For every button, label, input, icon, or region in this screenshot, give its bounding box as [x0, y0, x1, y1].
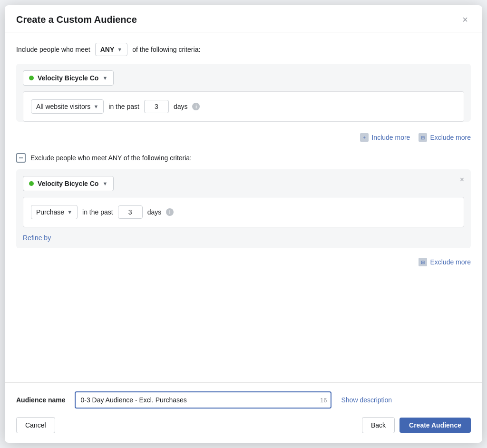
exclude-pixel-source-dropdown[interactable]: Velocity Bicycle Co ▼ [23, 176, 114, 191]
audience-name-input[interactable] [75, 391, 331, 409]
exclude-more-label: Exclude more [430, 134, 471, 141]
include-in-the-past: in the past [108, 103, 139, 110]
include-suffix: of the following criteria: [132, 46, 200, 53]
include-more-label: Include more [371, 134, 410, 141]
back-button[interactable]: Back [362, 417, 395, 433]
include-prefix: Include people who meet [16, 46, 90, 53]
exclude-days-label: days [147, 208, 162, 216]
close-exclude-button[interactable]: × [460, 176, 464, 184]
chevron-down-icon: ▼ [117, 47, 122, 52]
refine-by-link[interactable]: Refine by [23, 234, 51, 242]
exclude-section-block: × Velocity Bicycle Co ▼ Purchase ▼ in th… [16, 169, 471, 248]
chevron-down-icon: ▼ [102, 75, 107, 81]
include-actions-row: ＋ Include more ⊟ Exclude more [16, 128, 471, 149]
exclude-more-bottom-label: Exclude more [430, 258, 471, 266]
modal-header: Create a Custom Audience × [5, 5, 482, 32]
include-days-label: days [174, 103, 188, 110]
exclude-in-the-past: in the past [82, 208, 113, 216]
include-pixel-source-label: Velocity Bicycle Co [38, 74, 98, 82]
include-event-label: All website visitors [36, 103, 90, 110]
info-icon[interactable]: i [192, 103, 200, 110]
any-dropdown[interactable]: ANY ▼ [95, 43, 127, 56]
footer-buttons: Cancel Back Create Audience [5, 417, 482, 443]
svg-rect-0 [19, 157, 23, 158]
exclude-pixel-source-label: Velocity Bicycle Co [38, 180, 98, 187]
include-pixel-source-dropdown[interactable]: Velocity Bicycle Co ▼ [23, 70, 114, 86]
chevron-down-icon: ▼ [102, 181, 107, 186]
exclude-more-icon: ⊟ [419, 133, 427, 142]
chevron-down-icon: ▼ [67, 209, 72, 215]
include-more-link[interactable]: ＋ Include more [360, 133, 410, 142]
exclude-more-link[interactable]: ⊟ Exclude more [419, 133, 471, 142]
exclude-criteria-box: Purchase ▼ in the past days i [23, 197, 464, 227]
include-section-block: Velocity Bicycle Co ▼ All website visito… [16, 64, 471, 122]
exclude-header: Exclude people who meet ANY of the follo… [16, 153, 471, 163]
modal-container: Create a Custom Audience × Include peopl… [5, 5, 482, 443]
exclude-event-dropdown[interactable]: Purchase ▼ [31, 205, 78, 219]
modal-footer: Audience name 16 Show description [5, 382, 482, 417]
exclude-actions-row: ⊟ Exclude more [16, 253, 471, 274]
include-criteria-box: All website visitors ▼ in the past days … [23, 91, 464, 122]
green-dot-icon [29, 181, 34, 186]
footer-right-buttons: Back Create Audience [362, 417, 471, 433]
exclude-icon [16, 153, 26, 163]
close-button[interactable]: × [459, 14, 471, 25]
show-description-link[interactable]: Show description [341, 396, 392, 404]
any-label: ANY [100, 46, 115, 53]
audience-name-input-wrap: 16 [75, 391, 331, 409]
info-icon[interactable]: i [166, 208, 174, 216]
exclude-label: Exclude people who meet ANY of the follo… [30, 154, 192, 162]
chevron-down-icon: ▼ [93, 104, 98, 109]
include-event-dropdown[interactable]: All website visitors ▼ [31, 99, 104, 114]
audience-name-label: Audience name [16, 396, 65, 404]
include-more-icon: ＋ [360, 133, 369, 142]
green-dot-icon [29, 76, 34, 80]
exclude-more-bottom-link[interactable]: ⊟ Exclude more [419, 258, 471, 266]
include-row: Include people who meet ANY ▼ of the fol… [16, 43, 471, 56]
cancel-button[interactable]: Cancel [16, 417, 55, 433]
create-audience-button[interactable]: Create Audience [399, 418, 471, 433]
exclude-event-label: Purchase [36, 208, 64, 216]
modal-title: Create a Custom Audience [16, 14, 137, 25]
modal-body: Include people who meet ANY ▼ of the fol… [5, 32, 482, 382]
include-days-input[interactable] [144, 100, 169, 113]
char-count: 16 [320, 397, 327, 404]
exclude-days-input[interactable] [118, 205, 143, 219]
exclude-more-bottom-icon: ⊟ [419, 258, 427, 266]
